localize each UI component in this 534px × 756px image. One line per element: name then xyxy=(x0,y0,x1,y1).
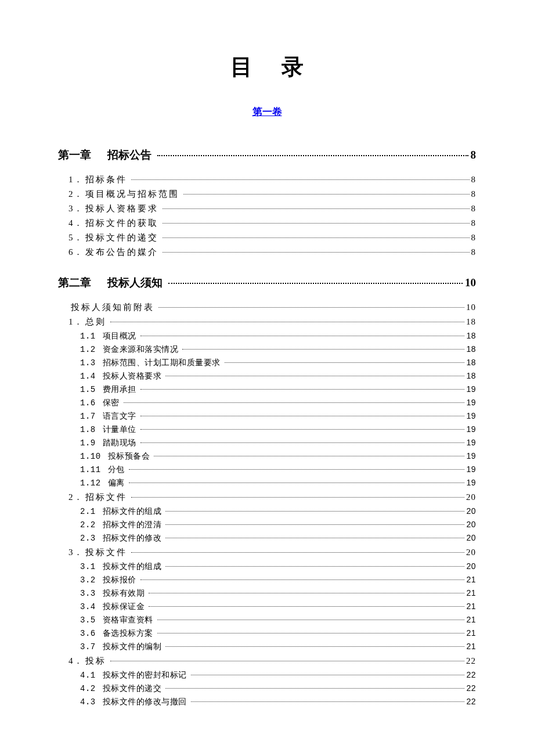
leader-dots xyxy=(110,661,465,661)
entry-page: 20 xyxy=(466,561,476,571)
entry-title: 语言文字 xyxy=(103,411,136,422)
entry-page: 20 xyxy=(466,548,476,557)
toc-entry-level2: 1.3招标范围、计划工期和质量要求18 xyxy=(80,358,476,368)
toc-entry-level1: 3．投标人资格要求8 xyxy=(68,203,476,214)
leader-dots xyxy=(129,469,465,470)
leader-dots xyxy=(191,675,465,675)
entry-page: 18 xyxy=(466,331,476,340)
entry-number: 3.2 xyxy=(80,575,96,585)
toc-entry-level1: 5．投标文件的递交8 xyxy=(68,232,476,243)
leader-dots xyxy=(191,701,465,702)
leader-dots xyxy=(183,194,470,195)
table-of-contents: 第一章招标公告81．招标条件82．项目概况与招标范围83．投标人资格要求84．招… xyxy=(58,147,476,707)
entry-page: 19 xyxy=(466,424,476,434)
leader-dots xyxy=(157,155,468,156)
doc-title: 目录 xyxy=(58,52,476,82)
leader-dots xyxy=(157,633,465,633)
entry-title: 投标文件 xyxy=(85,547,127,558)
entry-title: 投标有效期 xyxy=(103,588,145,599)
entry-number: 4． xyxy=(68,218,83,229)
toc-entry-level2: 1.5费用承担19 xyxy=(80,384,476,395)
entry-page: 18 xyxy=(466,344,476,354)
entry-title: 投标报价 xyxy=(103,575,136,585)
entry-number: 3． xyxy=(68,203,83,214)
toc-entry-level2: 2.1招标文件的组成20 xyxy=(80,506,476,517)
entry-title: 踏勘现场 xyxy=(103,438,136,448)
entry-page: 22 xyxy=(466,670,476,679)
toc-entry-level1: 4．招标文件的获取8 xyxy=(68,218,476,229)
entry-number: 3.6 xyxy=(80,629,96,638)
leader-dots xyxy=(157,620,465,620)
toc-entry-level2: 3.7投标文件的编制21 xyxy=(80,642,476,652)
toc-entry-level1: 投标人须知前附表10 xyxy=(68,302,476,313)
toc-entry-level2: 3.2投标报价21 xyxy=(80,575,476,585)
entry-page: 19 xyxy=(466,398,476,407)
entry-title: 总则 xyxy=(85,316,106,327)
entry-title: 投标文件的递交 xyxy=(85,232,158,243)
toc-entry-level2: 1.2资金来源和落实情况18 xyxy=(80,344,476,355)
leader-dots xyxy=(140,442,465,443)
toc-entry-level1: 4．投标22 xyxy=(68,656,476,667)
entry-number: 3.1 xyxy=(80,562,96,571)
entry-title: 投标预备会 xyxy=(108,451,150,462)
chapter-page: 10 xyxy=(465,276,476,289)
entry-title: 招标文件的获取 xyxy=(85,218,158,229)
entry-title: 招标文件的澄清 xyxy=(103,520,162,530)
entry-number: 1.11 xyxy=(80,465,101,474)
toc-entry-level2: 2.2招标文件的澄清20 xyxy=(80,520,476,530)
entry-number: 2.3 xyxy=(80,534,96,543)
toc-entry-level2: 1.7语言文字19 xyxy=(80,411,476,422)
chapter-number: 第一章 xyxy=(58,147,91,163)
entry-page: 19 xyxy=(466,384,476,394)
entry-page: 21 xyxy=(466,642,476,651)
entry-page: 21 xyxy=(466,575,476,584)
entry-number: 1.2 xyxy=(80,345,96,354)
leader-dots xyxy=(140,336,465,336)
entry-title: 招标条件 xyxy=(85,174,127,185)
entry-page: 19 xyxy=(466,451,476,460)
entry-title: 保密 xyxy=(103,398,120,408)
entry-number: 4.2 xyxy=(80,684,96,693)
entry-title: 招标文件的修改 xyxy=(103,533,162,543)
leader-dots xyxy=(182,349,464,350)
leader-dots xyxy=(131,552,465,553)
entry-number: 6． xyxy=(68,247,83,258)
leader-dots xyxy=(140,389,465,390)
toc-entry-level1: 2．招标文件20 xyxy=(68,492,476,503)
entry-title: 资格审查资料 xyxy=(103,615,153,625)
leader-dots xyxy=(131,179,470,180)
entry-title: 投标保证金 xyxy=(103,602,145,612)
leader-dots xyxy=(165,688,464,689)
entry-number: 3.3 xyxy=(80,589,96,598)
toc-entry-level2: 1.11分包19 xyxy=(80,465,476,475)
entry-page: 20 xyxy=(466,533,476,542)
toc-entry-level2: 4.2投标文件的递交22 xyxy=(80,683,476,694)
entry-title: 分包 xyxy=(108,465,125,475)
entry-title: 招标范围、计划工期和质量要求 xyxy=(103,358,221,368)
leader-dots xyxy=(154,456,464,456)
toc-entry-level2: 1.12偏离19 xyxy=(80,478,476,488)
leader-dots xyxy=(110,322,465,322)
entry-title: 投标文件的修改与撤回 xyxy=(103,697,187,707)
toc-entry-level2: 1.9踏勘现场19 xyxy=(80,438,476,448)
entry-number: 3.7 xyxy=(80,642,96,651)
entry-title: 投标文件的组成 xyxy=(103,561,162,572)
toc-entry-level2: 2.3招标文件的修改20 xyxy=(80,533,476,543)
entry-title: 项目概况 xyxy=(103,331,136,341)
leader-dots xyxy=(131,497,465,498)
entry-number: 4． xyxy=(68,656,83,667)
toc-entry-level2: 4.1投标文件的密封和标记22 xyxy=(80,670,476,681)
leader-dots xyxy=(163,208,470,209)
leader-dots xyxy=(168,283,463,284)
chapter-page: 8 xyxy=(471,149,477,161)
entry-title: 计量单位 xyxy=(103,424,136,435)
entry-number: 1.1 xyxy=(80,332,96,341)
doc-subtitle: 第一卷 xyxy=(58,105,476,118)
entry-page: 22 xyxy=(466,697,476,706)
entry-page: 8 xyxy=(471,218,477,228)
entry-number: 1.7 xyxy=(80,412,96,421)
entry-title: 投标人资格要求 xyxy=(85,203,158,214)
entry-title: 投标文件的递交 xyxy=(103,683,162,694)
toc-entry-level2: 3.1投标文件的组成20 xyxy=(80,561,476,572)
entry-number: 2． xyxy=(68,189,83,200)
